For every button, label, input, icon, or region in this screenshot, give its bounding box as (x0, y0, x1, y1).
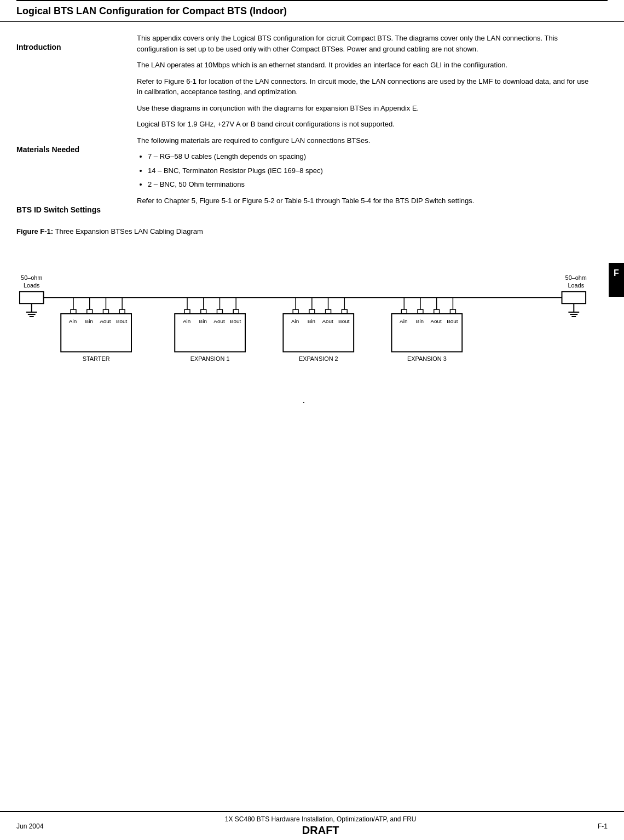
materials-item-3: 2 – BNC, 50 Ohm terminations (148, 179, 591, 190)
figure-caption-text: Three Expansion BTSes LAN Cabling Diagra… (55, 227, 203, 235)
svg-rect-48 (342, 309, 347, 314)
intro-para-5: Logical BTS for 1.9 GHz, +27V A or B ban… (137, 119, 591, 130)
main-content: Introduction This appendix covers only t… (0, 27, 624, 417)
diagram-svg: 50–ohm Loads 50–ohm Loads (16, 246, 591, 389)
svg-rect-61 (434, 309, 440, 314)
svg-text:Aout: Aout (431, 318, 442, 324)
footer-center-text: 1X SC480 BTS Hardware Installation, Opti… (43, 815, 598, 823)
svg-rect-18 (87, 309, 93, 314)
footer-date: Jun 2004 (16, 822, 43, 830)
bts-switch-para: Refer to Chapter 5, Figure 5-1 or Figure… (137, 195, 591, 206)
bts-switch-right: Refer to Chapter 5, Figure 5-1 or Figure… (137, 195, 591, 218)
svg-text:Bin: Bin (416, 318, 424, 324)
svg-text:Ain: Ain (69, 318, 77, 324)
introduction-section: Introduction This appendix covers only t… (16, 33, 591, 135)
dot-separator: . (16, 394, 591, 406)
materials-item-2: 14 – BNC, Terminaton Resistor Plugs (IEC… (148, 165, 591, 176)
materials-item-1: 7 – RG–58 U cables (Length depends on sp… (148, 151, 591, 162)
materials-right: The following materials are required to … (137, 135, 591, 195)
svg-text:Ain: Ain (400, 318, 407, 324)
svg-text:Bin: Bin (85, 318, 93, 324)
svg-text:EXPANSION 3: EXPANSION 3 (407, 355, 447, 362)
introduction-right: This appendix covers only the Logical BT… (137, 33, 591, 135)
svg-rect-19 (103, 309, 108, 314)
svg-text:EXPANSION 2: EXPANSION 2 (299, 355, 338, 362)
figure-caption: Figure F-1: Three Expansion BTSes LAN Ca… (16, 227, 591, 235)
svg-rect-20 (119, 309, 125, 314)
footer-draft: DRAFT (43, 824, 598, 837)
svg-text:Loads: Loads (24, 281, 40, 288)
materials-list: 7 – RG–58 U cables (Length depends on sp… (148, 151, 591, 190)
svg-rect-62 (450, 309, 455, 314)
svg-text:Ain: Ain (291, 318, 299, 324)
bts-switch-heading: BTS ID Switch Settings (16, 205, 137, 214)
left-load-label: 50–ohm (21, 274, 42, 280)
page: Logical BTS LAN Configuration for Compac… (0, 0, 624, 840)
intro-para-4: Use these diagrams in conjunction with t… (137, 103, 591, 114)
svg-rect-47 (326, 309, 331, 314)
svg-text:Bin: Bin (199, 318, 207, 324)
materials-section: Materials Needed The following materials… (16, 135, 591, 195)
svg-rect-17 (71, 309, 76, 314)
svg-rect-59 (401, 309, 407, 314)
introduction-heading: Introduction (16, 43, 137, 51)
svg-text:Loads: Loads (568, 281, 584, 288)
svg-rect-45 (293, 309, 298, 314)
tab-letter: F (610, 266, 622, 280)
introduction-left: Introduction (16, 33, 137, 135)
right-tab-f: F (609, 263, 624, 297)
intro-para-2: The LAN operates at 10Mbps which is an e… (137, 60, 591, 71)
materials-intro: The following materials are required to … (137, 135, 591, 146)
intro-para-1: This appendix covers only the Logical BT… (137, 33, 591, 54)
materials-heading: Materials Needed (16, 145, 137, 154)
footer-left: Jun 2004 (16, 822, 43, 830)
svg-text:Bout: Bout (447, 318, 458, 324)
svg-rect-34 (233, 309, 239, 314)
svg-text:Bin: Bin (308, 318, 315, 324)
svg-text:Ain: Ain (183, 318, 190, 324)
svg-text:Aout: Aout (100, 318, 111, 324)
svg-text:Bout: Bout (116, 318, 128, 324)
svg-text:Bout: Bout (338, 318, 350, 324)
svg-text:STARTER: STARTER (83, 355, 110, 362)
tab-bar (609, 283, 624, 294)
svg-rect-8 (562, 291, 586, 303)
right-load-label: 50–ohm (565, 274, 587, 280)
svg-text:Bout: Bout (230, 318, 241, 324)
figure-caption-bold: Figure F-1: (16, 227, 53, 235)
svg-text:EXPANSION 1: EXPANSION 1 (190, 355, 230, 362)
svg-text:Aout: Aout (322, 318, 333, 324)
footer-right: F-1 (598, 822, 608, 830)
svg-rect-32 (201, 309, 206, 314)
page-title: Logical BTS LAN Configuration for Compac… (0, 1, 624, 22)
lan-diagram: 50–ohm Loads 50–ohm Loads (16, 246, 591, 389)
bts-switch-left: BTS ID Switch Settings (16, 195, 137, 218)
footer: Jun 2004 1X SC480 BTS Hardware Installat… (0, 811, 624, 840)
svg-rect-46 (309, 309, 315, 314)
svg-text:Aout: Aout (213, 318, 225, 324)
svg-rect-31 (184, 309, 190, 314)
bts-switch-section: BTS ID Switch Settings Refer to Chapter … (16, 195, 591, 218)
materials-left: Materials Needed (16, 135, 137, 195)
svg-rect-2 (20, 291, 44, 303)
svg-rect-33 (217, 309, 223, 314)
svg-rect-60 (418, 309, 423, 314)
intro-para-3: Refer to Figure 6-1 for location of the … (137, 76, 591, 97)
footer-center-block: 1X SC480 BTS Hardware Installation, Opti… (43, 815, 598, 837)
